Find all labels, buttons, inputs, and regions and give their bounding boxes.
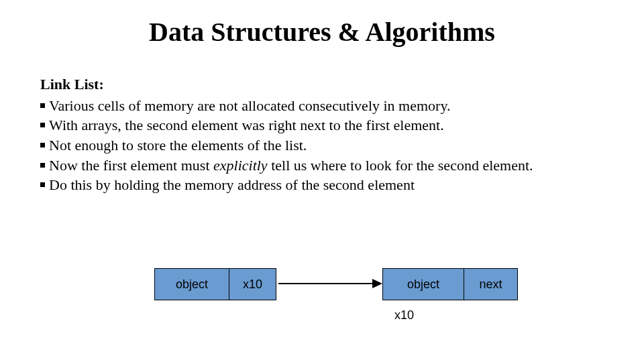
list-node-b: object next bbox=[382, 268, 518, 300]
bullet-text: With arrays, the second element was righ… bbox=[49, 115, 604, 135]
svg-marker-1 bbox=[372, 279, 382, 288]
node-pointer-cell: x10 bbox=[229, 269, 276, 300]
node-pointer-cell: next bbox=[464, 269, 517, 300]
bullet-item: Not enough to store the elements of the … bbox=[40, 135, 604, 156]
section-heading: Link List: bbox=[40, 74, 604, 95]
bullet-item: Various cells of memory are not allocate… bbox=[40, 96, 604, 116]
bullet-item: Do this by holding the memory address of… bbox=[40, 175, 604, 195]
slide: Data Structures & Algorithms Link List: … bbox=[0, 0, 644, 362]
node-address-label: x10 bbox=[394, 308, 414, 322]
arrow-icon bbox=[275, 268, 382, 299]
bullet-icon bbox=[40, 123, 45, 127]
bullet-item: Now the first element must explicitly te… bbox=[40, 156, 604, 176]
slide-title: Data Structures & Algorithms bbox=[0, 0, 644, 48]
list-node-a: object x10 bbox=[154, 268, 276, 300]
bullet-text: Not enough to store the elements of the … bbox=[49, 135, 604, 156]
bullet-text: Now the first element must explicitly te… bbox=[49, 156, 604, 176]
node-object-cell: object bbox=[383, 269, 464, 300]
bullet-icon bbox=[40, 182, 45, 187]
bullet-icon bbox=[40, 143, 45, 147]
bullet-icon bbox=[40, 103, 45, 108]
bullet-text: Various cells of memory are not allocate… bbox=[49, 96, 604, 116]
linked-list-diagram: object x10 object next x10 bbox=[0, 255, 644, 342]
bullet-item: With arrays, the second element was righ… bbox=[40, 115, 604, 135]
node-object-cell: object bbox=[155, 269, 229, 300]
bullet-text: Do this by holding the memory address of… bbox=[49, 175, 604, 195]
bullet-icon bbox=[40, 163, 45, 168]
slide-body: Link List: Various cells of memory are n… bbox=[0, 48, 644, 195]
